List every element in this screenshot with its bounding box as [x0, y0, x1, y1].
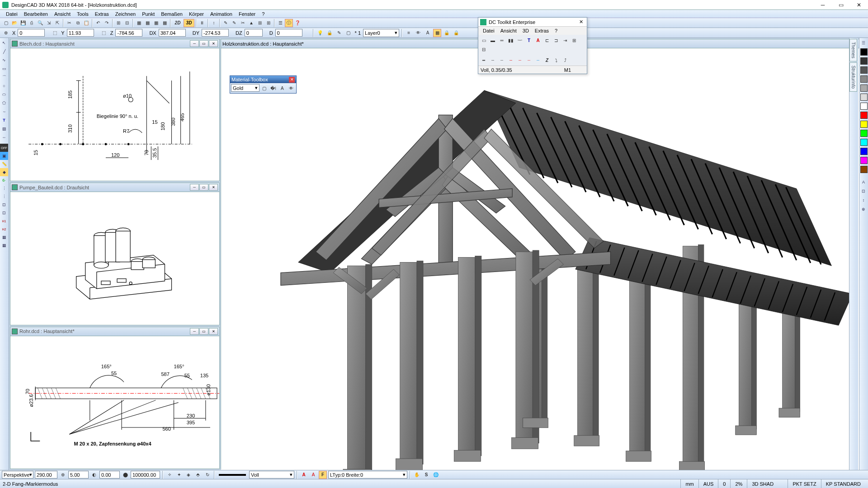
preview-icon[interactable]: 🔍 — [36, 19, 44, 27]
dc-t1-icon[interactable]: ▭ — [480, 36, 488, 44]
menu-punkt[interactable]: Punkt — [139, 10, 158, 18]
themes-tab[interactable]: Themes — [849, 39, 857, 61]
mode-3d-button[interactable]: 3D — [184, 19, 194, 27]
layer-color-icon[interactable]: ▢ — [344, 29, 353, 37]
material-dropdown[interactable]: Gold▾ — [231, 84, 259, 92]
perspective-dropdown[interactable]: Perspektive ▾ — [2, 471, 33, 479]
new-icon[interactable]: ▢ — [2, 19, 10, 27]
doc1-max-button[interactable]: ▭ — [199, 40, 208, 47]
y-input[interactable] — [67, 29, 94, 37]
ellipse-icon[interactable]: ⬭ — [0, 90, 8, 99]
measure2-icon[interactable]: 📏 — [0, 160, 8, 168]
dx-input[interactable] — [159, 29, 186, 37]
doc1-canvas[interactable]: 185 310 ø10 Biegelinie 90° n. u. 15 180 … — [10, 48, 219, 181]
color-select-icon[interactable]: ☰ — [859, 39, 868, 47]
lock2-icon[interactable]: 🔒 — [443, 29, 451, 37]
undo-icon[interactable]: ↶ — [94, 19, 102, 27]
line-icon[interactable]: ╱ — [0, 47, 8, 56]
status-pkt[interactable]: PKT SETZ — [788, 479, 821, 488]
color-swatch-7[interactable] — [860, 112, 868, 119]
copy-icon[interactable]: ⧉ — [74, 19, 82, 27]
curve-icon[interactable]: ∿ — [0, 56, 8, 64]
close-button[interactable]: ✕ — [850, 0, 868, 10]
text2-icon[interactable]: T — [0, 116, 8, 124]
snap2-icon[interactable]: ⊟ — [123, 19, 131, 27]
active-layer-icon[interactable]: ▦ — [433, 29, 441, 37]
doc2-max-button[interactable]: ▭ — [199, 184, 208, 191]
menu-bearbeiten[interactable]: Bearbeiten — [21, 10, 51, 18]
bottom-val1[interactable] — [35, 471, 57, 479]
dc-t3-icon[interactable]: ═ — [498, 36, 506, 44]
pause-icon[interactable]: ⏸ — [198, 19, 206, 27]
tool-f-icon[interactable]: ▦ — [0, 241, 8, 249]
status-unit[interactable]: mm — [680, 479, 698, 488]
dc-menu-extras[interactable]: Extras — [532, 28, 552, 34]
status-pct[interactable]: 2% — [730, 479, 747, 488]
layers-icon[interactable]: ≡ — [405, 29, 413, 37]
info-icon[interactable]: ⓘ — [285, 19, 293, 27]
bb4-icon[interactable]: ⬘ — [194, 471, 202, 479]
h1-icon[interactable]: H1 — [0, 217, 8, 225]
color-swatch-9[interactable] — [860, 130, 868, 137]
dc-l7-icon[interactable]: ┄ — [534, 56, 542, 64]
text-layer-icon[interactable]: A — [424, 29, 432, 37]
dc-menu-ansicht[interactable]: Ansicht — [498, 28, 519, 34]
color-swatch-4[interactable] — [860, 84, 868, 92]
dc-menu-help[interactable]: ? — [552, 28, 560, 34]
dc-t4-icon[interactable]: ▮▮ — [507, 36, 515, 44]
bottom-btn2-icon[interactable]: ◐ — [90, 471, 98, 479]
linetype-voll-dropdown[interactable]: Voll▾ — [249, 471, 294, 479]
mat-btn3-icon[interactable]: A — [278, 84, 287, 92]
menu-extras[interactable]: Extras — [92, 10, 112, 18]
dim-icon[interactable]: ↔ — [0, 133, 8, 141]
dz-input[interactable] — [245, 29, 263, 37]
dc-t7-icon[interactable]: ⊏ — [543, 36, 551, 44]
xy-icon[interactable]: ⬚ — [51, 29, 59, 37]
struktur-tab[interactable]: Strukturinfo — [849, 62, 857, 92]
dc-l3-icon[interactable]: ┄ — [498, 56, 506, 64]
menu-ansicht[interactable]: Ansicht — [51, 10, 74, 18]
grid-icon[interactable]: ⊞ — [256, 19, 264, 27]
color-swatch-2[interactable] — [860, 66, 868, 74]
status-zero[interactable]: 0 — [718, 479, 730, 488]
arc-icon[interactable]: ⌒ — [0, 73, 8, 81]
dc-t11-icon[interactable]: ⊟ — [480, 45, 488, 53]
menu-bemassen[interactable]: Bemaßen — [158, 10, 186, 18]
dc-l2-icon[interactable]: ╌ — [489, 56, 497, 64]
bottom-btn3-icon[interactable]: ⬤ — [121, 471, 129, 479]
dc-menu-datei[interactable]: Datei — [480, 28, 497, 34]
color-swatch-5[interactable] — [860, 94, 868, 101]
print-icon[interactable]: ⎙ — [28, 19, 36, 27]
extra2-icon[interactable]: ↕ — [859, 196, 868, 204]
origin-icon[interactable]: ⊕ — [2, 29, 10, 37]
tool-c-icon[interactable]: ⊡ — [0, 201, 8, 209]
import-icon[interactable]: ⇱ — [53, 19, 61, 27]
measure-icon[interactable]: ↕ — [210, 19, 218, 27]
color-swatch-0[interactable] — [860, 48, 868, 56]
polygon-icon[interactable]: ⬠ — [0, 99, 8, 107]
open-icon[interactable]: 📂 — [10, 19, 19, 27]
status-kp[interactable]: KP STANDARD — [821, 479, 865, 488]
doc2-canvas[interactable] — [10, 192, 219, 324]
cut-icon[interactable]: ✂ — [65, 19, 73, 27]
window1-icon[interactable]: ▦ — [135, 19, 143, 27]
dc-l4-icon[interactable]: ╌ — [507, 56, 515, 64]
off-icon[interactable]: OFF — [0, 144, 8, 152]
globe-icon[interactable]: 🌐 — [432, 471, 440, 479]
array-icon[interactable]: ⊞ — [264, 19, 273, 27]
material-close-button[interactable]: ✕ — [289, 77, 295, 83]
status-aus[interactable]: AUS — [698, 479, 718, 488]
dc-t5-icon[interactable]: 〰 — [516, 36, 524, 44]
doc2-min-button[interactable]: ─ — [190, 184, 199, 191]
tool-b-icon[interactable]: ⋮ — [0, 192, 8, 201]
export-icon[interactable]: ⇲ — [45, 19, 53, 27]
dc-l6-icon[interactable]: ┈ — [525, 56, 533, 64]
color-swatch-8[interactable] — [860, 121, 868, 128]
edit4-icon[interactable]: ▲ — [247, 19, 255, 27]
tool-a-icon[interactable]: ⋮ — [0, 184, 8, 192]
dc-menu-3d[interactable]: 3D — [520, 28, 532, 34]
doc3-max-button[interactable]: ▭ — [199, 328, 208, 335]
text-tool-icon[interactable]: A — [859, 178, 868, 186]
bb1-icon[interactable]: ✧ — [165, 471, 174, 479]
d-input[interactable] — [275, 29, 302, 37]
